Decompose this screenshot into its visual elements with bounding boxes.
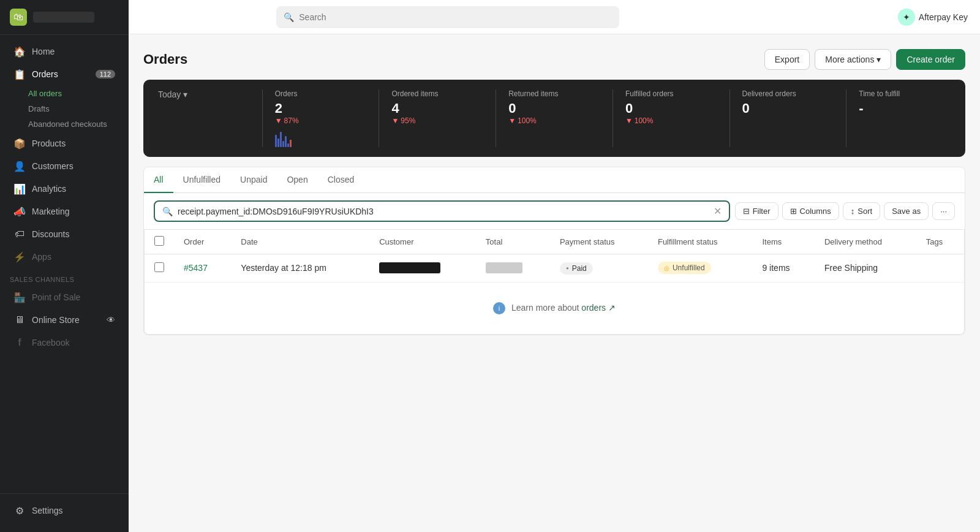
learn-more-section: i Learn more about orders ↗ — [145, 283, 964, 334]
page-header: Orders Export More actions ▾ Create orde… — [143, 49, 965, 70]
sidebar-item-settings[interactable]: ⚙ Settings — [4, 500, 125, 522]
header-customer: Customer — [369, 230, 476, 254]
sidebar-item-apps-label: Apps — [32, 252, 115, 262]
row-checkbox-col — [145, 254, 174, 283]
filter-icon: ⊟ — [743, 207, 750, 216]
stat-fulfilled-orders-value: 0 — [625, 101, 717, 116]
global-search-box[interactable]: 🔍 — [276, 6, 619, 28]
header-items: Items — [752, 230, 815, 254]
sidebar-item-home-label: Home — [32, 47, 115, 56]
stat-fulfilled-orders-change: ▼ 100% — [625, 116, 717, 125]
sidebar-item-orders-label: Orders — [32, 69, 89, 79]
stat-period-label: Today ▾ — [158, 89, 250, 99]
sidebar-subitem-all-orders[interactable]: All orders — [28, 86, 129, 101]
stat-time-to-fulfill: Time to fulfill - — [859, 89, 951, 147]
create-order-button[interactable]: Create order — [896, 49, 965, 70]
row-items: 9 items — [752, 254, 815, 283]
external-link-icon: ↗ — [608, 303, 616, 313]
sort-button[interactable]: ↕ Sort — [843, 202, 880, 220]
sidebar-item-customers[interactable]: 👤 Customers — [4, 155, 125, 177]
header-actions: Export More actions ▾ Create order — [764, 49, 965, 70]
export-button[interactable]: Export — [764, 49, 810, 70]
stat-ordered-items-value: 4 — [391, 101, 483, 116]
pos-icon: 🏪 — [13, 291, 26, 303]
analytics-icon: 📊 — [13, 183, 26, 195]
shopify-logo-icon: 🛍 — [10, 9, 27, 26]
tab-open[interactable]: Open — [277, 167, 317, 193]
table-search-bar: 🔍 ✕ ⊟ Filter ⊞ Columns ↕ Sort — [144, 193, 965, 230]
order-link[interactable]: #5437 — [184, 263, 208, 273]
table-search-icon: 🔍 — [162, 207, 173, 216]
sidebar-item-discounts-label: Discounts — [32, 229, 115, 239]
row-tags — [916, 254, 964, 283]
row-customer — [369, 254, 476, 283]
sidebar-subitem-drafts[interactable]: Drafts — [28, 101, 129, 116]
sidebar-item-settings-label: Settings — [32, 506, 115, 515]
table-actions: ⊟ Filter ⊞ Columns ↕ Sort Save as — [735, 202, 955, 220]
row-delivery-method: Free Shipping — [815, 254, 916, 283]
down-arrow-icon-4: ▼ — [625, 116, 633, 125]
tab-unfulfilled[interactable]: Unfulfilled — [173, 167, 230, 193]
stats-bar: Today ▾ Orders 2 ▼ 87% — [143, 80, 965, 157]
row-checkbox[interactable] — [154, 262, 164, 272]
header-date: Date — [231, 230, 369, 254]
filter-button[interactable]: ⊟ Filter — [735, 202, 778, 220]
sidebar-item-products[interactable]: 📦 Products — [4, 132, 125, 154]
table-header-row: Order Date Customer Total Payment status… — [145, 230, 964, 254]
row-date: Yesterday at 12:18 pm — [231, 254, 369, 283]
content-area: Orders Export More actions ▾ Create orde… — [129, 34, 980, 532]
sidebar-item-pos[interactable]: 🏪 Point of Sale — [4, 286, 125, 308]
orders-learn-more-link[interactable]: orders ↗ — [581, 303, 616, 313]
table-search-clear-icon[interactable]: ✕ — [714, 205, 722, 217]
columns-button[interactable]: ⊞ Columns — [782, 202, 839, 220]
sidebar-item-home[interactable]: 🏠 Home — [4, 40, 125, 63]
afterpay-badge[interactable]: ✦ Afterpay Key — [898, 9, 968, 26]
more-actions-button[interactable]: More actions ▾ — [815, 49, 891, 70]
tab-closed[interactable]: Closed — [318, 167, 364, 193]
save-as-button[interactable]: Save as — [884, 202, 929, 220]
table-search-input[interactable] — [178, 207, 709, 216]
sidebar-item-discounts[interactable]: 🏷 Discounts — [4, 223, 125, 245]
store-name — [33, 12, 94, 23]
customer-name-redacted — [379, 262, 440, 273]
sidebar-item-marketing[interactable]: 📣 Marketing — [4, 200, 125, 222]
afterpay-label: Afterpay Key — [919, 12, 968, 22]
info-icon: i — [493, 302, 505, 314]
global-search-input[interactable] — [299, 12, 612, 22]
orders-submenu: All orders Drafts Abandoned checkouts — [0, 86, 129, 132]
sidebar-item-online-store[interactable]: 🖥 Online Store 👁 — [4, 309, 125, 331]
sidebar-logo: 🛍 — [0, 0, 129, 35]
sidebar-nav: 🏠 Home 📋 Orders 112 All orders Drafts Ab… — [0, 35, 129, 493]
select-all-checkbox[interactable] — [154, 236, 164, 246]
more-table-actions-button[interactable]: ··· — [932, 202, 955, 220]
chevron-down-icon: ▾ — [876, 55, 881, 64]
tab-all[interactable]: All — [144, 167, 173, 193]
stat-ordered-items: Ordered items 4 ▼ 95% — [391, 89, 496, 147]
row-payment-status: Paid — [550, 254, 648, 283]
search-icon: 🔍 — [284, 12, 294, 22]
stat-orders: Orders 2 ▼ 87% — [275, 89, 380, 147]
table-row[interactable]: #5437 Yesterday at 12:18 pm Paid — [145, 254, 964, 283]
columns-icon: ⊞ — [790, 207, 797, 216]
orders-badge: 112 — [96, 70, 115, 78]
sidebar-subitem-abandoned-checkouts[interactable]: Abandoned checkouts — [28, 116, 129, 132]
sidebar-item-orders[interactable]: 📋 Orders 112 — [4, 63, 125, 85]
stat-returned-items-label: Returned items — [508, 89, 600, 98]
sidebar-item-analytics[interactable]: 📊 Analytics — [4, 178, 125, 200]
tab-unpaid[interactable]: Unpaid — [230, 167, 277, 193]
header-delivery-method: Delivery method — [815, 230, 916, 254]
fulfillment-status-badge: Unfulfilled — [658, 262, 711, 274]
table-search-box[interactable]: 🔍 ✕ — [154, 200, 730, 222]
header-tags: Tags — [916, 230, 964, 254]
marketing-icon: 📣 — [13, 205, 26, 218]
sidebar-item-apps[interactable]: ⚡ Apps — [4, 246, 125, 268]
row-order-number[interactable]: #5437 — [174, 254, 231, 283]
sidebar-bottom: ⚙ Settings — [0, 493, 129, 532]
stat-period[interactable]: Today ▾ — [158, 89, 263, 147]
down-arrow-icon: ▼ — [275, 116, 282, 125]
stat-orders-value: 2 — [275, 101, 367, 116]
sidebar-item-facebook[interactable]: f Facebook — [4, 332, 125, 354]
topbar: 🔍 ✦ Afterpay Key — [129, 0, 980, 34]
ellipsis-icon: ··· — [940, 207, 947, 216]
down-arrow-icon-3: ▼ — [508, 116, 516, 125]
